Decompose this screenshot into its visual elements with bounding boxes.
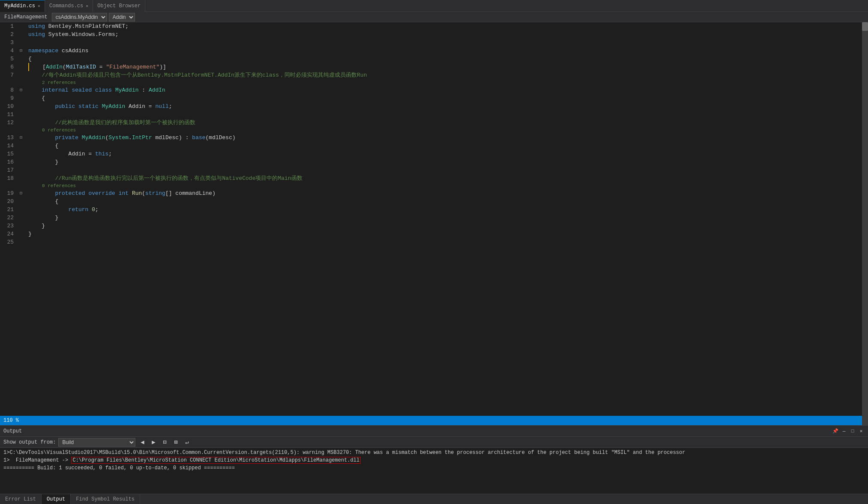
code-line: private MyAddin(System.IntPtr mdlDesc) :… [28,134,862,142]
code-line: { [28,55,862,63]
code-line: Addin = this; [28,150,862,158]
fold-arrow[interactable]: ⊟ [20,134,22,142]
code-line: namespace csAddins [28,47,862,55]
tab-myaddin[interactable]: MyAddin.cs ✕ [0,0,45,12]
tab-commands[interactable]: Commands.cs ✕ [45,0,93,12]
bottom-tab-bar: Error List Output Find Symbol Results [0,494,868,504]
code-line [28,39,862,47]
scrollbar-right[interactable]: ▲ [862,22,868,425]
gutter: ⊟⊟⊟⊟ [17,22,25,416]
code-annotation: 0 references [28,182,862,189]
breadcrumb-filemanagement[interactable]: FileManagement [2,13,50,21]
code-line: internal sealed class MyAddin : AddIn [28,86,862,94]
bottom-tab-output-label: Output [47,496,65,502]
code-line: //此构造函数是我们的程序集加载时第一个被执行的函数 [28,119,862,127]
tab-commands-label: Commands.cs [49,3,83,9]
code-line: public static MyAddin Addin = null; [28,102,862,110]
code-annotation: 2 references [28,79,862,86]
bottom-tab-errorlist[interactable]: Error List [0,494,42,504]
code-line: } [28,158,862,166]
code-line: using Bentley.MstnPlatformNET; [28,22,862,30]
editor: 1234567891011121314151617181920212223242… [0,22,862,425]
code-line [28,110,862,119]
tab-myaddin-close[interactable]: ✕ [38,3,40,9]
panel-close-btn[interactable]: ✕ [858,428,865,435]
output-goto-prev-btn[interactable]: ◀ [138,438,147,447]
code-line: { [28,94,862,102]
tab-myaddin-label: MyAddin.cs [4,3,35,9]
output-filter-btn[interactable]: ⊞ [171,438,180,447]
output-wrap-btn[interactable]: ↵ [183,438,191,447]
code-line: [AddIn(MdlTaskID = "FileManagement")] [28,63,862,71]
bottom-tab-errorlist-label: Error List [5,496,36,502]
main-area: 1234567891011121314151617181920212223242… [0,22,868,425]
code-line [28,166,862,174]
code-line [28,238,862,246]
output-clear-btn[interactable]: ⊟ [160,438,169,447]
code-annotation: 0 references [28,127,862,134]
output-goto-next-btn[interactable]: ▶ [149,438,158,447]
bottom-tab-findsymbol-label: Find Symbol Results [76,496,135,502]
output-panel-title: Output [3,428,22,434]
code-line: //Run函数是构造函数执行完以后第一个被执行的函数，有点类似与NativeCo… [28,174,862,182]
output-panel: Output 📌 — □ ✕ Show output from: Build ◀… [0,425,868,494]
fold-arrow[interactable]: ⊟ [20,47,22,55]
breadcrumb-bar: FileManagement csAddins.MyAddin Addin [0,12,868,22]
show-output-label: Show output from: [3,439,56,445]
code-line: } [28,230,862,238]
tab-objectbrowser-label: Object Browser [97,3,141,9]
code-line: } [28,214,862,222]
bottom-tab-findsymbol[interactable]: Find Symbol Results [71,494,140,504]
code-line: //每个Addin项目必须且只包含一个从Bentley.MstnPlatform… [28,71,862,79]
line-numbers: 1234567891011121314151617181920212223242… [0,22,17,416]
code-line: { [28,197,862,206]
output-toolbar: Show output from: Build ◀ ▶ ⊟ ⊞ ↵ [0,437,868,448]
zoom-bar: 110 % [0,416,862,425]
output-line: ========== Build: 1 succeeded, 0 failed,… [0,464,868,472]
output-source-select[interactable]: Build [58,438,135,447]
fold-arrow[interactable]: ⊟ [20,86,22,94]
output-line: 1> FileManagement -> C:\Program Files\Be… [0,456,868,464]
output-content[interactable]: 1>C:\DevTools\VisualStudio2017\MSBuild\1… [0,448,868,494]
tab-objectbrowser[interactable]: Object Browser [93,0,145,12]
code-line: } [28,222,862,230]
panel-controls: 📌 — □ ✕ [832,428,865,435]
output-panel-header: Output 📌 — □ ✕ [0,426,868,437]
code-line: return 0; [28,206,862,214]
zoom-level: 110 % [3,418,19,423]
scrollbar-thumb[interactable] [862,22,868,31]
bottom-tab-output[interactable]: Output [42,494,71,504]
code-editor-body: 1234567891011121314151617181920212223242… [0,22,862,416]
code-line: { [28,142,862,150]
code-content[interactable]: using Bentley.MstnPlatformNET;using Syst… [25,22,862,416]
tab-bar: MyAddin.cs ✕ Commands.cs ✕ Object Browse… [0,0,868,12]
breadcrumb-member-select[interactable]: Addin [109,13,135,21]
code-line: using System.Windows.Forms; [28,30,862,39]
code-line: protected override int Run(string[] comm… [28,189,862,197]
panel-minimize-btn[interactable]: — [841,428,847,435]
output-line: 1>C:\DevTools\VisualStudio2017\MSBuild\1… [0,449,868,456]
panel-maximize-btn[interactable]: □ [849,428,856,435]
fold-arrow[interactable]: ⊟ [20,189,22,197]
panel-pin-btn[interactable]: 📌 [832,428,839,435]
tab-commands-close[interactable]: ✕ [86,3,88,9]
breadcrumb-class-select[interactable]: csAddins.MyAddin [52,13,107,21]
